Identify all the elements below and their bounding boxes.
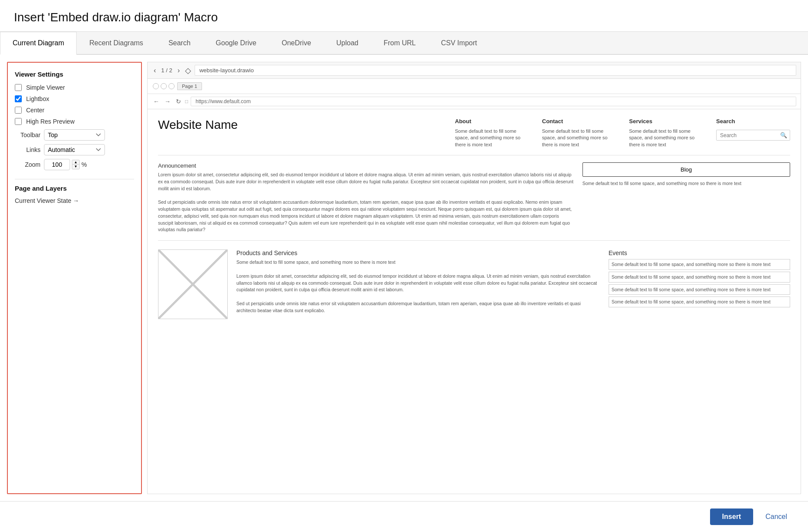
contact-text: Some default text to fill some space, an… (542, 128, 612, 148)
zoom-down-button[interactable]: ▼ (72, 165, 79, 169)
forward-button[interactable]: → (163, 97, 172, 106)
products-lorem2: Sed ut perspiciatis unde omnis iste natu… (236, 300, 600, 314)
announcement-main: Announcement Lorem ipsum dolor sit amet,… (158, 162, 574, 233)
zoom-percent: % (81, 161, 87, 168)
event-item-2: Some default text to fill some space, an… (609, 272, 790, 283)
lightbox-checkbox[interactable] (15, 95, 22, 102)
events-col: Events Some default text to fill some sp… (609, 249, 790, 319)
tab-search[interactable]: Search (156, 32, 203, 54)
left-panel: Viewer Settings Simple Viewer Lightbox C… (7, 62, 142, 494)
high-res-label[interactable]: High Res Preview (26, 118, 74, 125)
events-title: Events (609, 249, 790, 256)
center-checkbox[interactable] (15, 107, 22, 114)
about-text: Some default text to fill some space, an… (455, 128, 525, 148)
viewer-settings-title: Viewer Settings (15, 71, 134, 78)
refresh-button[interactable]: ↻ (175, 97, 182, 106)
dot-2 (161, 83, 167, 89)
dot-3 (168, 83, 175, 89)
page-icon: □ (185, 98, 188, 104)
website-preview: Page 1 ← → ↻ □ https://www.default.com (148, 79, 801, 328)
zoom-label: Zoom (17, 161, 40, 168)
toolbar-label: Toolbar (17, 131, 40, 138)
next-page-button[interactable]: › (176, 66, 182, 75)
nav-col-about: About Some default text to fill some spa… (455, 118, 525, 148)
tab-upload[interactable]: Upload (324, 32, 371, 54)
contact-title: Contact (542, 118, 612, 125)
lightbox-row: Lightbox (15, 95, 134, 102)
nav-col-search: Search 🔍 (716, 118, 790, 148)
browser-bar: Page 1 (148, 79, 801, 94)
drawio-layers-icon[interactable]: ◇ (185, 66, 191, 75)
simple-viewer-label[interactable]: Simple Viewer (26, 84, 65, 91)
lightbox-label[interactable]: Lightbox (26, 95, 49, 102)
product-main: Products and Services Some default text … (236, 249, 600, 319)
tab-current-diagram[interactable]: Current Diagram (0, 32, 77, 55)
dot-1 (153, 83, 159, 89)
zoom-row: Zoom ▲ ▼ % (15, 159, 134, 170)
lorem-long: Sed ut perspiciatis unde omnis iste natu… (158, 199, 574, 233)
search-button[interactable]: 🔍 (778, 130, 790, 140)
cancel-button[interactable]: Cancel (758, 508, 794, 525)
current-viewer-state[interactable]: Current Viewer State → (15, 197, 134, 204)
about-title: About (455, 118, 525, 125)
center-row: Center (15, 107, 134, 114)
services-title: Services (629, 118, 699, 125)
address-bar[interactable]: https://www.default.com (191, 97, 796, 106)
prev-page-button[interactable]: ‹ (152, 66, 158, 75)
links-row: Links Automatic Blank Self (15, 144, 134, 155)
event-item-1: Some default text to fill some space, an… (609, 259, 790, 270)
tab-google-drive[interactable]: Google Drive (203, 32, 269, 54)
main-content: Viewer Settings Simple Viewer Lightbox C… (0, 55, 808, 501)
tab-from-url[interactable]: From URL (371, 32, 428, 54)
side-text: Some default text to fill some space, an… (582, 180, 790, 187)
filename-bar: website-layout.drawio (195, 65, 796, 76)
page-indicator: 1 / 2 (161, 67, 172, 74)
tab-csv-import[interactable]: CSV Import (428, 32, 490, 54)
nav-col-services: Services Some default text to fill some … (629, 118, 699, 148)
right-panel: ‹ 1 / 2 › ◇ website-layout.drawio (147, 62, 801, 494)
products-title: Products and Services (236, 249, 600, 256)
site-name: Website Name (158, 118, 238, 132)
nav-links: About Some default text to fill some spa… (455, 118, 790, 148)
zoom-input-wrap: ▲ ▼ % (44, 159, 87, 170)
tab-onedrive[interactable]: OneDrive (269, 32, 324, 54)
product-image (158, 249, 228, 319)
diagram-preview: Page 1 ← → ↻ □ https://www.default.com (148, 79, 801, 494)
simple-viewer-checkbox[interactable] (15, 84, 22, 91)
search-input[interactable] (717, 131, 778, 140)
blog-button[interactable]: Blog (582, 162, 790, 177)
announcement-side: Blog Some default text to fill some spac… (582, 162, 790, 233)
event-item-4: Some default text to fill some space, an… (609, 296, 790, 307)
high-res-row: High Res Preview (15, 118, 134, 125)
event-item-3: Some default text to fill some space, an… (609, 284, 790, 295)
links-select[interactable]: Automatic Blank Self (44, 144, 105, 155)
toolbar-select[interactable]: Top Bottom Left Right None (44, 129, 105, 141)
website-header: Website Name About Some default text to … (158, 118, 790, 155)
zoom-up-button[interactable]: ▲ (72, 160, 79, 165)
announcement-section: Announcement Lorem ipsum dolor sit amet,… (158, 162, 790, 241)
insert-button[interactable]: Insert (710, 508, 754, 525)
tabs-bar: Current Diagram Recent Diagrams Search G… (0, 32, 808, 55)
diagram-toolbar: ‹ 1 / 2 › ◇ website-layout.drawio (148, 62, 801, 79)
tab-recent-diagrams[interactable]: Recent Diagrams (77, 32, 156, 54)
center-label[interactable]: Center (26, 107, 44, 114)
products-lorem: Lorem ipsum dolor sit amet, consectetur … (236, 273, 600, 293)
modal-header: Insert 'Embed draw.io diagram' Macro (0, 0, 808, 32)
browser-dots (153, 83, 175, 89)
page-tab[interactable]: Page 1 (177, 82, 202, 90)
announcement-title: Announcement (158, 162, 574, 169)
simple-viewer-row: Simple Viewer (15, 84, 134, 91)
address-bar-row: ← → ↻ □ https://www.default.com (148, 94, 801, 109)
links-label: Links (17, 146, 40, 153)
services-text: Some default text to fill some space, an… (629, 128, 699, 148)
search-title: Search (716, 118, 790, 125)
modal-footer: Insert Cancel (0, 501, 808, 532)
modal-container: Insert 'Embed draw.io diagram' Macro Cur… (0, 0, 808, 532)
divider (15, 179, 134, 179)
nav-col-contact: Contact Some default text to fill some s… (542, 118, 612, 148)
high-res-checkbox[interactable] (15, 118, 22, 125)
zoom-input[interactable] (44, 159, 70, 170)
products-text1: Some default text to fill some space, an… (236, 259, 600, 266)
modal-title: Insert 'Embed draw.io diagram' Macro (14, 10, 794, 24)
back-button[interactable]: ← (152, 97, 161, 106)
